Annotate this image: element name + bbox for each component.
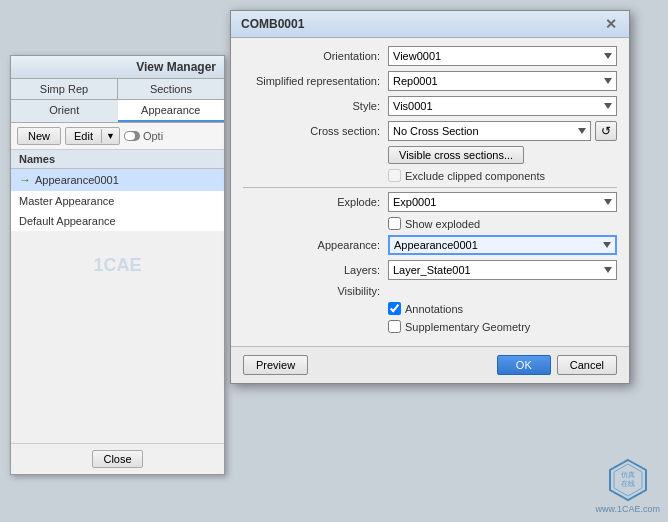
layers-select[interactable]: Layer_State001 xyxy=(388,260,617,280)
appearance-label: Appearance: xyxy=(243,239,388,251)
dialog-titlebar: COMB0001 ✕ xyxy=(231,11,629,38)
svg-text:在线: 在线 xyxy=(621,480,635,487)
list-item-appearance0001[interactable]: → Appearance0001 xyxy=(11,169,224,191)
layers-control: Layer_State001 xyxy=(388,260,617,280)
explode-row: Explode: Exp0001 xyxy=(243,192,617,212)
list-item-master-appearance[interactable]: Master Appearance xyxy=(11,191,224,211)
options-button[interactable]: Opti xyxy=(124,130,163,142)
orientation-control: View0001 xyxy=(388,46,617,66)
view-manager-panel: View Manager Simp Rep Sections Orient Ap… xyxy=(10,55,225,475)
simp-rep-select[interactable]: Rep0001 xyxy=(388,71,617,91)
simp-rep-label: Simplified representation: xyxy=(243,75,388,87)
show-exploded-row: Show exploded xyxy=(243,217,617,230)
close-button[interactable]: Close xyxy=(92,450,142,468)
style-control: Vis0001 xyxy=(388,96,617,116)
supp-geom-label: Supplementary Geometry xyxy=(405,321,530,333)
logo-area: 仿真 在线 www.1CAE.com xyxy=(595,458,660,514)
style-select[interactable]: Vis0001 xyxy=(388,96,617,116)
simp-rep-control: Rep0001 xyxy=(388,71,617,91)
layers-row: Layers: Layer_State001 xyxy=(243,260,617,280)
annotations-checkbox[interactable] xyxy=(388,302,401,315)
refresh-icon[interactable]: ↺ xyxy=(595,121,617,141)
show-exploded-label: Show exploded xyxy=(405,218,480,230)
dialog-footer: Preview OK Cancel xyxy=(231,346,629,383)
appearance-select[interactable]: Appearance0001 xyxy=(388,235,617,255)
style-label: Style: xyxy=(243,100,388,112)
item-label-master-appearance: Master Appearance xyxy=(19,195,114,207)
logo-text: www.1CAE.com xyxy=(595,504,660,514)
appearance-control: Appearance0001 xyxy=(388,235,617,255)
visible-cross-sections-button[interactable]: Visible cross sections... xyxy=(388,146,524,164)
vm-tabs-row1: Simp Rep Sections xyxy=(11,79,224,100)
vm-close-area: Close xyxy=(11,443,224,474)
exclude-clipped-row: Exclude clipped components xyxy=(243,169,617,182)
cancel-button[interactable]: Cancel xyxy=(557,355,617,375)
orientation-row: Orientation: View0001 xyxy=(243,46,617,66)
new-button[interactable]: New xyxy=(17,127,61,145)
layers-label: Layers: xyxy=(243,264,388,276)
item-label-appearance0001: Appearance0001 xyxy=(35,174,119,186)
explode-label: Explode: xyxy=(243,196,388,208)
appearance-row: Appearance: Appearance0001 xyxy=(243,235,617,255)
visible-cross-sections-row: Visible cross sections... xyxy=(243,146,617,164)
tab-appearance[interactable]: Appearance xyxy=(118,100,225,122)
edit-dropdown-arrow[interactable]: ▼ xyxy=(101,129,119,143)
vm-toolbar: New Edit ▼ Opti xyxy=(11,123,224,150)
annotations-row: Annotations xyxy=(243,302,617,315)
dialog-title-text: COMB0001 xyxy=(241,17,304,31)
tab-orient[interactable]: Orient xyxy=(11,100,118,122)
supp-geom-checkbox[interactable] xyxy=(388,320,401,333)
close-icon[interactable]: ✕ xyxy=(603,16,619,32)
cross-section-label: Cross section: xyxy=(243,125,388,137)
footer-right: OK Cancel xyxy=(497,355,617,375)
dialog-body: Orientation: View0001 Simplified represe… xyxy=(231,38,629,346)
exclude-clipped-label: Exclude clipped components xyxy=(405,170,545,182)
comb-dialog: COMB0001 ✕ Orientation: View0001 Simplif… xyxy=(230,10,630,384)
visibility-row: Visibility: xyxy=(243,285,617,297)
options-label[interactable]: Opti xyxy=(143,130,163,142)
logo-hexagon-icon: 仿真 在线 xyxy=(606,458,650,502)
supp-geom-row: Supplementary Geometry xyxy=(243,320,617,333)
vm-tabs-row2: Orient Appearance xyxy=(11,100,224,123)
tab-sections[interactable]: Sections xyxy=(118,79,224,99)
explode-select[interactable]: Exp0001 xyxy=(388,192,617,212)
orientation-label: Orientation: xyxy=(243,50,388,62)
svg-text:仿真: 仿真 xyxy=(620,471,635,479)
cross-section-row: Cross section: No Cross Section ↺ xyxy=(243,121,617,141)
ok-button[interactable]: OK xyxy=(497,355,551,375)
edit-split-button[interactable]: Edit ▼ xyxy=(65,127,120,145)
annotations-label: Annotations xyxy=(405,303,463,315)
edit-button-label[interactable]: Edit xyxy=(66,128,101,144)
eye-icon xyxy=(124,131,140,141)
tab-simp-rep[interactable]: Simp Rep xyxy=(11,79,118,99)
selected-arrow-icon: → xyxy=(19,173,31,187)
cross-section-select[interactable]: No Cross Section xyxy=(388,121,591,141)
item-label-default-appearance: Default Appearance xyxy=(19,215,116,227)
preview-button[interactable]: Preview xyxy=(243,355,308,375)
footer-left: Preview xyxy=(243,355,308,375)
orientation-select[interactable]: View0001 xyxy=(388,46,617,66)
simp-rep-row: Simplified representation: Rep0001 xyxy=(243,71,617,91)
explode-control: Exp0001 xyxy=(388,192,617,212)
vm-list: → Appearance0001 Master Appearance Defau… xyxy=(11,169,224,231)
view-manager-title: View Manager xyxy=(11,56,224,79)
visibility-label: Visibility: xyxy=(243,285,388,297)
vm-list-header: Names xyxy=(11,150,224,169)
list-item-default-appearance[interactable]: Default Appearance xyxy=(11,211,224,231)
style-row: Style: Vis0001 xyxy=(243,96,617,116)
exclude-clipped-checkbox[interactable] xyxy=(388,169,401,182)
watermark-text: 1CAE xyxy=(93,255,141,276)
cross-section-control: No Cross Section ↺ xyxy=(388,121,617,141)
show-exploded-checkbox[interactable] xyxy=(388,217,401,230)
